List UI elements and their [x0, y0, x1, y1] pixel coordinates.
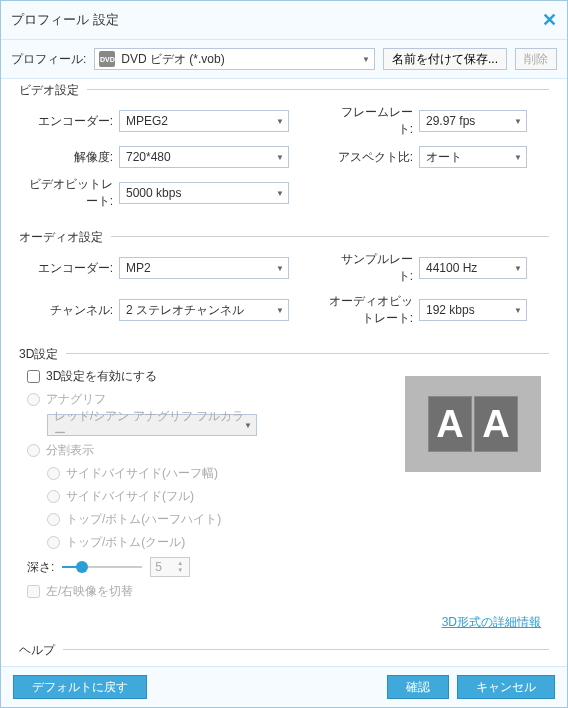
help-legend: ヘルプ [19, 642, 63, 659]
tb-full-label: トップ/ボトム(クール) [66, 534, 185, 551]
chevron-down-icon: ▼ [276, 264, 284, 273]
chevron-down-icon: ▼ [514, 306, 522, 315]
help-text: 「プロフィール」リストから出力フォーマットを選択してください。 [27, 664, 541, 666]
enable-3d-label: 3D設定を有効にする [46, 368, 157, 385]
audio-settings-group: オーディオ設定 エンコーダー: MP2 ▼ サンプルレート: 44100 Hz … [19, 236, 549, 345]
profile-settings-window: プロフィール 設定 ✕ プロフィール: DVD DVD ビデオ (*.vob) … [0, 0, 568, 708]
chevron-down-icon: ▼ [514, 153, 522, 162]
swap-lr-label: 左/右映像を切替 [46, 583, 133, 600]
reset-button[interactable]: デフォルトに戻す [13, 675, 147, 699]
chevron-down-icon: ▼ [514, 117, 522, 126]
audio-encoder-label: エンコーダー: [27, 260, 119, 277]
split-label: 分割表示 [46, 442, 94, 459]
split-radio [27, 444, 40, 457]
video-settings-group: ビデオ設定 エンコーダー: MPEG2 ▼ フレームレート: 29.97 fps… [19, 89, 549, 228]
video-legend: ビデオ設定 [19, 82, 87, 99]
video-bitrate-label: ビデオビットレート: [27, 176, 119, 210]
channel-select[interactable]: 2 ステレオチャンネル ▼ [119, 299, 289, 321]
preview-right-icon: A [474, 396, 518, 452]
tb-half-label: トップ/ボトム(ハーフハイト) [66, 511, 221, 528]
close-icon[interactable]: ✕ [542, 9, 557, 31]
content-area: ビデオ設定 エンコーダー: MPEG2 ▼ フレームレート: 29.97 fps… [1, 79, 567, 666]
help-group: ヘルプ 「プロフィール」リストから出力フォーマットを選択してください。 [19, 649, 549, 666]
depth-label: 深さ: [27, 559, 54, 576]
chevron-down-icon: ▼ [276, 153, 284, 162]
ok-button[interactable]: 確認 [387, 675, 449, 699]
samplerate-select[interactable]: 44100 Hz ▼ [419, 257, 527, 279]
aspect-label: アスペクト比: [327, 149, 419, 166]
framerate-select[interactable]: 29.97 fps ▼ [419, 110, 527, 132]
tb-full-radio [47, 536, 60, 549]
preview-left-icon: A [428, 396, 472, 452]
video-encoder-label: エンコーダー: [27, 113, 119, 130]
audio-bitrate-label: オーディオビットレート: [327, 293, 419, 327]
enable-3d-checkbox[interactable] [27, 370, 40, 383]
video-bitrate-select[interactable]: 5000 kbps ▼ [119, 182, 289, 204]
chevron-down-icon: ▼ [276, 117, 284, 126]
dvd-icon: DVD [99, 51, 115, 67]
delete-button: 削除 [515, 48, 557, 70]
sbs-half-label: サイドバイサイド(ハーフ幅) [66, 465, 218, 482]
channel-label: チャンネル: [27, 302, 119, 319]
sbs-full-radio [47, 490, 60, 503]
3d-settings-group: 3D設定 3D設定を有効にする アナグリフ レッド/シアン アナグリフ フルカラ… [19, 353, 549, 641]
sbs-full-label: サイドバイサイド(フル) [66, 488, 194, 505]
anaglyph-radio [27, 393, 40, 406]
framerate-label: フレームレート: [327, 104, 419, 138]
3d-preview: A A [405, 376, 541, 472]
samplerate-label: サンプルレート: [327, 251, 419, 285]
aspect-select[interactable]: オート ▼ [419, 146, 527, 168]
depth-slider [62, 559, 142, 575]
audio-bitrate-select[interactable]: 192 kbps ▼ [419, 299, 527, 321]
depth-spinner: 5 ▲▼ [150, 557, 190, 577]
3d-legend: 3D設定 [19, 346, 66, 363]
chevron-down-icon: ▼ [244, 421, 252, 430]
profile-select[interactable]: DVD DVD ビデオ (*.vob) ▼ [94, 48, 375, 70]
anaglyph-select: レッド/シアン アナグリフ フルカラー ▼ [47, 414, 257, 436]
chevron-down-icon: ▼ [362, 55, 370, 64]
audio-encoder-select[interactable]: MP2 ▼ [119, 257, 289, 279]
sbs-half-radio [47, 467, 60, 480]
titlebar: プロフィール 設定 ✕ [1, 1, 567, 40]
save-as-button[interactable]: 名前を付けて保存... [383, 48, 507, 70]
resolution-label: 解像度: [27, 149, 119, 166]
video-encoder-select[interactable]: MPEG2 ▼ [119, 110, 289, 132]
3d-info-link[interactable]: 3D形式の詳細情報 [442, 615, 541, 629]
resolution-select[interactable]: 720*480 ▼ [119, 146, 289, 168]
profile-label: プロフィール: [11, 51, 86, 68]
tb-half-radio [47, 513, 60, 526]
chevron-down-icon: ▼ [514, 264, 522, 273]
profile-value: DVD ビデオ (*.vob) [121, 51, 224, 68]
swap-lr-checkbox [27, 585, 40, 598]
chevron-down-icon: ▼ [276, 189, 284, 198]
anaglyph-label: アナグリフ [46, 391, 106, 408]
footer: デフォルトに戻す 確認 キャンセル [1, 666, 567, 707]
chevron-down-icon: ▼ [276, 306, 284, 315]
toolbar: プロフィール: DVD DVD ビデオ (*.vob) ▼ 名前を付けて保存..… [1, 40, 567, 79]
window-title: プロフィール 設定 [11, 11, 119, 29]
audio-legend: オーディオ設定 [19, 229, 111, 246]
cancel-button[interactable]: キャンセル [457, 675, 555, 699]
